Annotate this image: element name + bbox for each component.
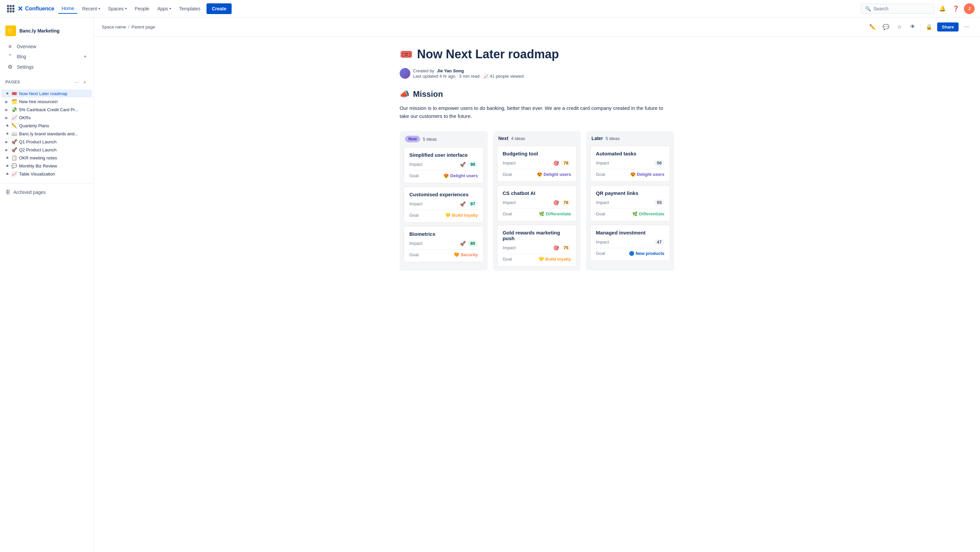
sidebar-item-blog[interactable]: " Blog + xyxy=(2,51,92,62)
nav-home[interactable]: Home xyxy=(58,4,77,14)
chevron-icon: ▶ xyxy=(5,148,10,152)
card-managed-investment[interactable]: Managed investment Impact 47 Goal 🔵 New xyxy=(590,225,670,261)
impact-number: 80 xyxy=(468,240,477,247)
more-actions-button[interactable]: ··· xyxy=(961,21,972,32)
card-cs-chatbot[interactable]: CS chatbot AI Impact 🎯 76 Goal xyxy=(497,185,577,222)
logo-text: Confluence xyxy=(25,6,54,12)
card-qr-payment[interactable]: QR payment links Impact 55 Goal 🌿 Diffe xyxy=(590,185,670,222)
nav-spaces[interactable]: Spaces ▾ xyxy=(105,4,130,13)
nav-recent[interactable]: Recent ▾ xyxy=(79,4,103,13)
sidebar-bottom: 🗄 Archived pages xyxy=(0,183,93,201)
add-page-button[interactable]: + xyxy=(81,79,88,85)
now-cards: Simplified user interface Impact 🚀 98 xyxy=(399,147,488,266)
create-button[interactable]: Create xyxy=(207,3,232,14)
goal-tag: 💛 Build loyalty xyxy=(539,257,571,262)
page-tree-q1[interactable]: ▶ 🚀 Q1 Product Launch xyxy=(0,138,93,146)
impact-value: 🚀 97 xyxy=(460,201,477,207)
logo-icon: ✕ xyxy=(18,5,23,13)
card-divider xyxy=(409,210,478,210)
topnav-right: 🔍 Search 🔔 ❓ J xyxy=(861,3,975,14)
card-impact-row: Impact 56 xyxy=(596,160,664,166)
author-avatar xyxy=(399,68,410,79)
page-content: 🎟️ Now Next Later roadmap Created by Jie… xyxy=(386,37,687,292)
card-divider xyxy=(503,208,571,209)
page-tree-q2[interactable]: ▶ 🚀 Q2 Product Launch xyxy=(0,146,93,154)
comment-button[interactable]: 💬 xyxy=(881,21,891,32)
card-budgeting[interactable]: Budgeting tool Impact 🎯 78 Goal xyxy=(497,146,577,182)
impact-number: 55 xyxy=(654,199,664,206)
page-tree-monthly[interactable]: 💬 Monthly Biz Review xyxy=(0,162,93,170)
card-customised-exp[interactable]: Customised experiences Impact 🚀 97 Go xyxy=(404,187,484,223)
edit-button[interactable]: ✏️ xyxy=(867,21,878,32)
grid-icon xyxy=(7,5,14,13)
page-tree-table[interactable]: 📈 Table Visualization xyxy=(0,170,93,178)
page-tree-okr-notes[interactable]: 📋 OKR meeting notes xyxy=(0,154,93,162)
impact-value: 56 xyxy=(654,160,664,166)
app-switcher-button[interactable] xyxy=(5,3,16,14)
impact-number: 97 xyxy=(468,201,477,207)
goal-tag: 😍 Delight users xyxy=(444,173,477,178)
impact-value: 🚀 80 xyxy=(460,240,477,247)
page-tree-now-next-later[interactable]: 🎟️ Now Next Later roadmap xyxy=(2,89,92,97)
nav-apps[interactable]: Apps ▾ xyxy=(154,4,174,13)
now-ideas-count: 5 ideas xyxy=(423,137,437,142)
content-area: Space name / Parent page ✏️ 💬 ☆ 👁 🔒 Shar… xyxy=(94,18,980,552)
page-tree-quarterly[interactable]: ✏️ Quarterly Plans xyxy=(0,121,93,130)
user-avatar[interactable]: J xyxy=(964,3,975,14)
sidebar-item-overview[interactable]: ≡ Overview xyxy=(2,41,92,51)
add-blog-button[interactable]: + xyxy=(84,54,87,60)
page-header-bar: Space name / Parent page ✏️ 💬 ☆ 👁 🔒 Shar… xyxy=(94,18,980,37)
card-impact-row: Impact 47 xyxy=(596,239,664,245)
mission-emoji: 📣 xyxy=(399,89,410,99)
card-divider xyxy=(596,169,664,169)
card-simplified-ui[interactable]: Simplified user interface Impact 🚀 98 xyxy=(404,147,484,183)
card-impact-row: Impact 🚀 80 xyxy=(409,240,478,247)
roadmap-board: Now 5 ideas Simplified user interface Im… xyxy=(399,131,674,271)
watch-button[interactable]: 👁 xyxy=(907,21,918,32)
bullet-icon xyxy=(6,173,8,175)
help-button[interactable]: ❓ xyxy=(951,3,961,14)
impact-number: 47 xyxy=(654,239,664,245)
pages-menu-button[interactable]: ··· xyxy=(73,79,80,85)
notifications-button[interactable]: 🔔 xyxy=(937,3,948,14)
page-tree-okrs[interactable]: ▶ 📈 OKRs xyxy=(0,113,93,121)
nav-templates[interactable]: Templates xyxy=(176,4,204,13)
top-navigation: ✕ Confluence Home Recent ▾ Spaces ▾ Peop… xyxy=(0,0,980,18)
page-tree-cashback[interactable]: ▶ 💸 5% Cashback Credit Card Pr... xyxy=(0,105,93,113)
column-now: Now 5 ideas Simplified user interface Im… xyxy=(399,131,488,271)
settings-icon: ⚙ xyxy=(7,64,13,70)
card-title: Customised experiences xyxy=(409,191,478,197)
card-biometrics[interactable]: Biometrics Impact 🚀 80 Goal xyxy=(404,226,484,262)
space-header[interactable]: 🟡 Banc.ly Marketing xyxy=(0,23,93,39)
card-gold-rewards[interactable]: Gold rewards marketing push Impact 🎯 75 xyxy=(497,225,577,266)
card-automated-tasks[interactable]: Automated tasks Impact 56 Goal 😍 Deligh xyxy=(590,146,670,182)
page-actions: ✏️ 💬 ☆ 👁 🔒 Share ··· xyxy=(867,21,972,32)
search-icon: 🔍 xyxy=(865,6,871,11)
goal-tag: 😍 Delight users xyxy=(630,172,664,177)
share-button[interactable]: Share xyxy=(937,22,959,32)
card-goal-row: Goal 🧡 Security xyxy=(409,252,478,257)
impact-value: 47 xyxy=(654,239,664,245)
main-layout: 🟡 Banc.ly Marketing ≡ Overview " Blog + … xyxy=(0,18,980,552)
star-button[interactable]: ☆ xyxy=(894,21,905,32)
archived-pages-item[interactable]: 🗄 Archived pages xyxy=(5,188,88,197)
later-label: Later xyxy=(592,136,603,141)
nav-people[interactable]: People xyxy=(132,4,153,13)
chevron-icon: ▶ xyxy=(5,140,10,144)
page-tree-new-hire[interactable]: ▶ 🗂️ New hire resources! xyxy=(0,97,93,105)
bullet-icon xyxy=(6,132,8,135)
sidebar-item-settings[interactable]: ⚙ Settings xyxy=(2,62,92,72)
space-name: Banc.ly Marketing xyxy=(19,28,60,34)
restrict-button[interactable]: 🔒 xyxy=(924,21,934,32)
later-cards: Automated tasks Impact 56 Goal 😍 Deligh xyxy=(586,146,674,265)
impact-value: 55 xyxy=(654,199,664,206)
impact-number: 56 xyxy=(654,160,664,166)
logo[interactable]: ✕ Confluence xyxy=(18,5,54,13)
card-divider xyxy=(409,170,478,171)
search-box[interactable]: 🔍 Search xyxy=(861,4,934,14)
page-meta-text: Created by Jie Yan Song Last updated 4 h… xyxy=(413,68,523,79)
page-tree-brand[interactable]: 📖 Banc.ly brand standards and... xyxy=(0,130,93,138)
impact-number: 75 xyxy=(561,244,571,251)
column-later: Later 5 ideas Automated tasks Impact 56 xyxy=(586,131,674,271)
card-goal-row: Goal 🔵 New products xyxy=(596,251,664,256)
